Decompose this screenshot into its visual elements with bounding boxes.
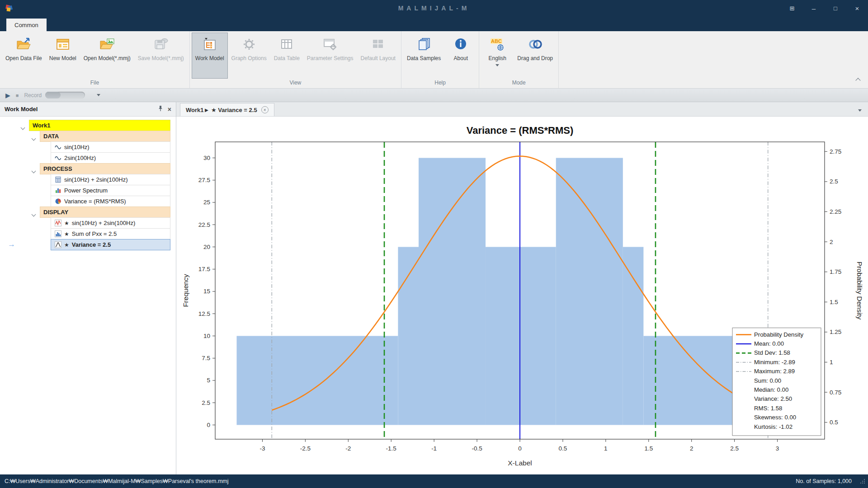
tree-item-display-sum-pxx[interactable]: ★ Sum of Pxx = 2.5 xyxy=(51,228,170,239)
data-samples-button[interactable]: Data Samples xyxy=(403,33,444,79)
ribbon-group-label-view: View xyxy=(192,79,399,88)
svg-text:Variance: 2.50: Variance: 2.50 xyxy=(754,395,792,402)
calculator-icon xyxy=(54,176,61,183)
tree-item-2sin100[interactable]: 2sin(100Hz) xyxy=(51,152,170,164)
tab-common[interactable]: Common xyxy=(6,19,47,31)
about-label: About xyxy=(454,55,468,61)
graph-options-button[interactable]: Graph Options xyxy=(228,33,270,79)
tree-item-sin10[interactable]: sin(10Hz) xyxy=(51,141,170,153)
open-data-file-label: Open Data File xyxy=(5,55,42,61)
tree-section-data[interactable]: DATA xyxy=(40,131,170,142)
ribbon-group-label-help: Help xyxy=(403,79,477,88)
work-model-tree: Work1 DATA sin(10Hz) 2sin(100Hz) xyxy=(0,117,176,474)
svg-text:Variance = (RMS*RMS): Variance = (RMS*RMS) xyxy=(467,125,574,136)
title-bar: MALMIJAL-M ⊞ – □ × xyxy=(0,0,868,16)
parameter-settings-button[interactable]: Parameter Settings xyxy=(303,33,357,79)
document-area: Work1► ★ Variance = 2.5 × -3-2.5-2-1.5-1… xyxy=(176,102,868,474)
tree-item-work1[interactable]: Work1 xyxy=(29,120,170,131)
work-model-panel-header: Work Model × xyxy=(0,102,176,117)
tree-item-sum-signal[interactable]: sin(10Hz) + 2sin(100Hz) xyxy=(51,174,170,185)
tree-item-label: sin(10Hz) xyxy=(64,144,90,150)
record-slider-knob[interactable] xyxy=(45,92,61,99)
default-layout-icon xyxy=(370,36,386,52)
svg-text:-3: -3 xyxy=(259,445,265,452)
svg-text:0.75: 0.75 xyxy=(830,389,841,396)
work-model-button[interactable]: Work Model xyxy=(192,33,228,79)
chevron-down-icon[interactable] xyxy=(32,167,35,174)
drag-and-drop-button[interactable]: Drag and Drop xyxy=(514,33,557,79)
save-model-icon xyxy=(153,36,169,52)
tree-item-variance-process[interactable]: Variance = (RMS*RMS) xyxy=(51,196,170,207)
histogram-icon xyxy=(54,230,61,237)
svg-text:1.5: 1.5 xyxy=(830,299,838,305)
work-model-panel-title: Work Model xyxy=(5,106,38,113)
tree-section-process[interactable]: PROCESS xyxy=(40,163,170,174)
stop-button[interactable]: ■ xyxy=(16,93,19,98)
open-model-button[interactable]: Open Model(*.mmj) xyxy=(80,33,134,79)
app-title: MALMIJAL-M xyxy=(398,5,470,12)
svg-text:0: 0 xyxy=(207,422,210,428)
svg-text:25: 25 xyxy=(203,199,210,206)
record-dropdown-icon[interactable] xyxy=(97,94,100,96)
record-slider[interactable] xyxy=(45,92,85,99)
language-button[interactable]: ABC English xyxy=(481,33,514,79)
collapse-ribbon-button[interactable] xyxy=(856,77,860,84)
tree-item-label: Variance = (RMS*RMS) xyxy=(64,198,126,205)
default-layout-button[interactable]: Default Layout xyxy=(357,33,399,79)
pin-icon[interactable] xyxy=(158,105,163,113)
svg-text:-2: -2 xyxy=(345,445,351,452)
info-icon xyxy=(453,36,468,52)
tree-item-label: Power Spectrum xyxy=(64,187,108,194)
ribbon-group-label-file: File xyxy=(2,79,188,88)
svg-text:-2.5: -2.5 xyxy=(300,445,311,452)
svg-text:-1.5: -1.5 xyxy=(386,445,396,452)
chevron-down-icon[interactable] xyxy=(21,124,24,131)
open-data-file-button[interactable]: Open Data File xyxy=(2,33,46,79)
main-area: Work Model × Work1 DATA xyxy=(0,102,868,474)
tree-item-label: Sum of Pxx = 2.5 xyxy=(72,230,117,237)
minimize-button[interactable]: – xyxy=(803,0,825,16)
app-window: MALMIJAL-M ⊞ – □ × Common xyxy=(0,0,868,488)
ribbon-options-button[interactable]: ⊞ xyxy=(781,0,803,16)
maximize-button[interactable]: □ xyxy=(825,0,846,16)
tab-variance-document[interactable]: Work1► ★ Variance = 2.5 × xyxy=(180,103,274,116)
tree-section-display[interactable]: DISPLAY xyxy=(40,206,170,218)
close-button[interactable]: × xyxy=(846,0,868,16)
chevron-down-icon[interactable] xyxy=(32,135,35,141)
language-dropdown-icon[interactable] xyxy=(495,64,499,66)
graph-options-icon xyxy=(241,36,257,52)
bell-curve-icon xyxy=(54,241,61,248)
tree-item-power-spectrum[interactable]: Power Spectrum xyxy=(51,185,170,196)
new-model-button[interactable]: New Model xyxy=(46,33,80,79)
tab-list-dropdown-icon[interactable] xyxy=(858,109,862,112)
about-button[interactable]: About xyxy=(444,33,477,79)
record-label: Record xyxy=(24,92,42,99)
tree-item-display-variance[interactable]: → ★ Variance = 2.5 xyxy=(51,239,170,250)
sine-wave-icon xyxy=(54,144,61,150)
svg-text:-0.5: -0.5 xyxy=(472,445,482,452)
star-icon: ★ xyxy=(64,231,69,237)
selected-item-arrow-icon: → xyxy=(8,240,15,249)
tab-close-icon[interactable]: × xyxy=(261,106,269,113)
svg-text:0.5: 0.5 xyxy=(830,419,838,426)
data-table-label: Data Table xyxy=(274,55,300,61)
parameter-settings-icon xyxy=(322,36,338,52)
tree-item-label: sin(10Hz) + 2sin(100Hz) xyxy=(64,176,128,183)
open-folder-icon xyxy=(16,36,31,52)
save-model-button[interactable]: Save Model(*.mmj) xyxy=(134,33,188,79)
svg-text:1: 1 xyxy=(604,445,608,452)
data-samples-icon xyxy=(416,36,432,52)
tree-item-display-signal[interactable]: ★ sin(10Hz) + 2sin(100Hz) xyxy=(51,217,170,229)
ribbon-group-file: Open Data File New Model xyxy=(0,31,190,88)
tree-section-label: PROCESS xyxy=(43,165,72,172)
svg-text:2: 2 xyxy=(690,445,693,452)
svg-text:17.5: 17.5 xyxy=(198,266,210,272)
play-button[interactable]: ▶ xyxy=(5,92,10,99)
data-table-button[interactable]: Data Table xyxy=(270,33,303,79)
panel-close-icon[interactable]: × xyxy=(168,106,171,113)
star-icon: ★ xyxy=(64,220,69,226)
resize-grip[interactable] xyxy=(860,479,865,484)
chevron-down-icon[interactable] xyxy=(32,211,35,217)
open-model-label: Open Model(*.mmj) xyxy=(84,55,131,61)
svg-text:Median: 0.00: Median: 0.00 xyxy=(754,386,788,393)
